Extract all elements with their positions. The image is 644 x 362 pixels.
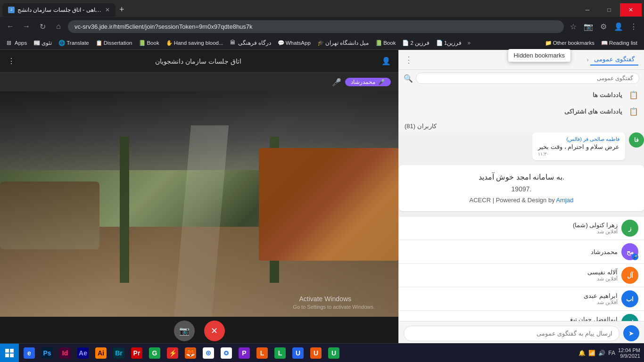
shared-notes-icon[interactable]: 📋 <box>629 107 638 116</box>
taskbar-id[interactable]: Id <box>57 345 74 362</box>
taskbar-volume-icon[interactable]: 🔊 <box>598 350 605 356</box>
taskbar-app-red[interactable]: ⚡ <box>164 345 181 362</box>
u1-icon: U <box>292 347 304 359</box>
shared-notes-label: یادداشت های اشتراکی <box>561 105 626 118</box>
bookmark-apps[interactable]: ⊞ Apps <box>4 39 30 47</box>
daneshgah-icon: 🎓 <box>317 40 324 46</box>
hand-saving-label: Hand saving blood... <box>174 40 223 46</box>
welcome-powered: ACECR | Powered & Design by Amjad <box>406 197 636 204</box>
speaker-name: محمدرشاد <box>351 79 375 85</box>
dissertation-icon: 📋 <box>96 40 102 46</box>
taskbar-ff[interactable]: 🦊 <box>182 345 199 362</box>
menu-button[interactable]: ⋮ <box>627 20 640 33</box>
forward-button[interactable]: → <box>20 20 33 33</box>
taskbar-chrome2[interactable] <box>218 345 235 362</box>
taskbar-br[interactable]: Br <box>110 345 127 362</box>
taskbar-pureref[interactable]: P <box>236 345 253 362</box>
translate-label: Translate <box>66 40 89 46</box>
home-button[interactable]: ⌂ <box>52 20 65 33</box>
sidebar-scroll[interactable]: فاطمه صالحی فر (فالس) عرض سلام و احترام … <box>399 132 644 321</box>
tab-public[interactable]: گفتگوی عمومی <box>590 54 638 66</box>
user-name-3: آلاله نفیسی <box>587 269 618 276</box>
bookmark-whatsapp[interactable]: 💬 WhatsApp <box>275 39 314 47</box>
end-call-button[interactable]: ✕ <box>204 321 225 341</box>
user-info-4: ابراهیم عبدی آفلاین شد <box>584 292 618 305</box>
bookmark-farzin2[interactable]: 📄 فرزین 2 <box>399 39 432 47</box>
green-app-icon: G <box>149 347 160 359</box>
dersgah-label: درگاه فرهنگی <box>238 40 271 46</box>
chat-search-input[interactable] <box>416 73 639 84</box>
tab-title: جهاددانشگاهی - اتاق جلسات سازمان دانشج..… <box>17 7 102 13</box>
bookmark-dersgah[interactable]: 🏛 درگاه فرهنگی <box>227 39 274 47</box>
active-tab[interactable]: J جهاددانشگاهی - اتاق جلسات سازمان دانشج… <box>2 3 116 16</box>
user-item-1[interactable]: زهرا کتولی (شما) آفلاین شد ز <box>399 217 644 239</box>
book2-icon: 📗 <box>375 40 382 46</box>
video-user-icon[interactable]: 👤 <box>381 57 391 66</box>
taskbar-network-icon[interactable]: 📶 <box>588 350 595 356</box>
chat-search-button[interactable]: 🔍 <box>404 74 413 83</box>
bookmark-translate[interactable]: 🌐 Translate <box>56 39 92 47</box>
bookmark-dissertation[interactable]: 📋 Dissertation <box>93 39 135 47</box>
tab-favicon: J <box>8 7 15 13</box>
send-button[interactable]: ➤ <box>623 325 639 341</box>
start-button[interactable] <box>0 344 19 362</box>
user-avatar-3: آل <box>621 267 638 284</box>
bookmark-book2[interactable]: 📗 Book <box>372 39 398 47</box>
bookmark-farzin1[interactable]: 📄 فرزین1 <box>433 39 464 47</box>
profile-button[interactable]: 👤 <box>612 20 625 33</box>
taskbar-ps[interactable]: Ps <box>39 345 56 362</box>
bookmark-news[interactable]: 📰 تئوی <box>31 39 55 47</box>
minimize-button[interactable]: ─ <box>577 3 598 16</box>
user-item-2[interactable]: محمدرشاد مح 🎤 <box>399 240 644 263</box>
camera-icon-button[interactable]: 📷 <box>582 20 595 33</box>
user-status-4: آفلاین شد <box>597 299 618 305</box>
red-app-icon: ⚡ <box>167 347 178 359</box>
reload-button[interactable]: ↻ <box>36 20 49 33</box>
chat-input[interactable] <box>404 326 619 341</box>
address-input[interactable] <box>68 20 564 33</box>
bookmark-daneshgah[interactable]: 🎓 میل دانشگاه تهران <box>314 39 372 47</box>
welcome-box: .به سامانه امجد خوش آمدید .19097 ACECR |… <box>399 165 644 211</box>
taskbar-chrome1[interactable] <box>200 345 217 362</box>
restore-button[interactable]: □ <box>598 3 620 16</box>
notes-file-icon[interactable]: 📋 <box>629 90 638 99</box>
bookmark-book[interactable]: 📗 Book <box>136 39 162 47</box>
taskbar-l2[interactable]: L <box>272 345 289 362</box>
more-bookmarks-button[interactable]: » <box>465 39 472 47</box>
user-item-5[interactable]: ابوالفضل جهان تیغ آفلاین شد اب <box>399 311 644 321</box>
camera-control-button[interactable]: 📷 <box>174 321 195 341</box>
taskbar-u1[interactable]: U <box>289 345 306 362</box>
taskbar-app-green[interactable]: G <box>146 345 163 362</box>
svg-rect-0 <box>5 349 9 353</box>
taskbar-notification-icon[interactable]: 🔔 <box>578 350 586 356</box>
chat-more-button[interactable]: ⋮ <box>405 55 413 65</box>
translate-icon: 🌐 <box>58 40 65 46</box>
photoshop-icon: Ps <box>41 347 53 359</box>
activate-windows-sub: Go to Settings to activate Windows. <box>293 304 375 310</box>
book2-label: Book <box>383 40 396 46</box>
ie-icon: e <box>24 347 35 359</box>
taskbar-u3[interactable]: U <box>325 345 342 362</box>
tab-close-icon[interactable]: ✕ <box>105 7 110 13</box>
taskbar-l1[interactable]: L <box>254 345 271 362</box>
taskbar-ae[interactable]: Ae <box>74 345 91 362</box>
microphone-button[interactable]: 🎤 <box>332 78 341 87</box>
bookmark-star-button[interactable]: ☆ <box>567 20 580 33</box>
user-item-4[interactable]: ابراهیم عبدی آفلاین شد اب <box>399 288 644 310</box>
reading-list[interactable]: 📖 Reading list <box>598 39 640 47</box>
video-more-icon[interactable]: ⋮ <box>8 57 15 66</box>
user-item-3[interactable]: آلاله نفیسی آفلاین شد آل <box>399 264 644 287</box>
new-tab-button[interactable]: + <box>116 5 128 15</box>
taskbar-pp[interactable]: Pr <box>128 345 145 362</box>
message-sender: فاطمه صالحی فر (فالس) <box>538 136 619 142</box>
taskbar-u2[interactable]: U <box>307 345 324 362</box>
other-bookmarks[interactable]: 📁 Other bookmarks <box>542 39 597 47</box>
close-button[interactable]: ✕ <box>620 3 642 16</box>
extensions-button[interactable]: ⚙ <box>597 20 610 33</box>
back-button[interactable]: ← <box>4 20 17 33</box>
taskbar-ie[interactable]: e <box>21 345 38 362</box>
bookmark-hand-saving[interactable]: ✋ Hand saving blood... <box>163 39 226 47</box>
overlay <box>0 91 398 317</box>
taskbar-ai[interactable]: Ai <box>92 345 109 362</box>
video-container[interactable]: ⛶ Activate Windows Go to Settings to act… <box>0 91 398 317</box>
